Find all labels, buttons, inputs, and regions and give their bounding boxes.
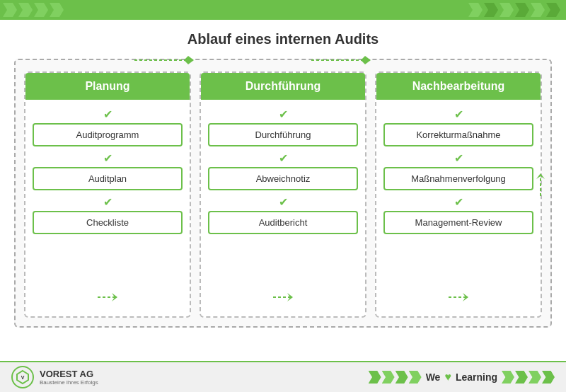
logo-text-area: VOREST AG Bausteine Ihres Erfolgs (40, 369, 98, 386)
main-content: Ablauf eines internen Audits Planung ✔ A… (0, 20, 566, 361)
top-banner-right-chevrons (468, 3, 560, 17)
check-icon: ✔ (279, 151, 288, 165)
svg-marker-3 (361, 56, 371, 64)
svg-text:V: V (21, 375, 25, 380)
list-item: Checkliste (33, 211, 183, 234)
column-nachbearbeitung: Nachbearbeitung ✔ Korrekturmaßnahme ✔ Ma… (375, 71, 542, 318)
check-icon: ✔ (103, 108, 112, 121)
top-banner (0, 0, 566, 20)
top-banner-left-chevrons (0, 3, 468, 17)
chevron-icon (531, 3, 545, 17)
footer-learning-text: Learning (456, 371, 497, 383)
check-icon: ✔ (279, 108, 288, 121)
check-icon: ✔ (454, 108, 463, 121)
list-item: Auditplan (33, 167, 183, 190)
logo-main-text: VOREST AG (40, 369, 98, 379)
svg-marker-1 (184, 56, 194, 64)
footer-chevron-icon (369, 371, 381, 384)
footer-chevrons (369, 371, 422, 384)
list-item: Auditbericht (208, 211, 358, 234)
bottom-arrow-icon (96, 284, 119, 308)
check-icon: ✔ (454, 195, 463, 209)
chevron-icon (34, 3, 48, 17)
chevron-icon (18, 3, 33, 17)
column-durchfuehrung-header: Durchführung (201, 73, 365, 100)
top-connectors (106, 50, 460, 70)
logo-sub-text: Bausteine Ihres Erfolgs (40, 379, 98, 386)
footer-chevron-icon (515, 371, 528, 384)
list-item: Auditprogramm (33, 123, 183, 146)
footer-chevron-icon (529, 371, 541, 384)
columns-container: Planung ✔ Auditprogramm ✔ Auditplan ✔ Ch… (24, 71, 542, 318)
column-nachbearbeitung-header: Nachbearbeitung (376, 73, 541, 100)
footer-right: We ♥ Learning (369, 371, 555, 384)
footer-chevron-icon (409, 371, 422, 384)
check-icon: ✔ (454, 151, 463, 165)
footer-we-text: We (426, 371, 441, 383)
list-item: Management-Review (383, 211, 533, 234)
column-planung: Planung ✔ Auditprogramm ✔ Auditplan ✔ Ch… (24, 71, 191, 318)
diagram-container: Planung ✔ Auditprogramm ✔ Auditplan ✔ Ch… (14, 59, 552, 328)
column-planung-header: Planung (25, 73, 190, 100)
footer-chevron-icon (542, 371, 555, 384)
chevron-icon (546, 3, 560, 17)
chevron-icon (50, 3, 64, 17)
chevron-icon (515, 3, 529, 17)
footer-chevrons-right (502, 371, 555, 384)
check-icon: ✔ (279, 195, 288, 209)
bottom-arrow-icon (272, 284, 294, 308)
footer-chevron-icon (382, 371, 395, 384)
chevron-icon (484, 3, 498, 17)
column-durchfuehrung: Durchführung ✔ Durchführung ✔ Abweichnot… (200, 71, 366, 318)
side-arrow-icon (531, 171, 550, 199)
chevron-icon (499, 3, 514, 17)
footer-chevron-icon (395, 371, 408, 384)
bottom-arrow-icon (447, 284, 470, 308)
list-item: Durchführung (208, 123, 358, 146)
footer: V VOREST AG Bausteine Ihres Erfolgs We ♥… (0, 361, 566, 392)
chevron-icon (468, 3, 483, 17)
chevron-icon (3, 3, 17, 17)
page-title: Ablauf eines internen Audits (14, 31, 552, 47)
heart-icon: ♥ (444, 371, 451, 384)
list-item: Korrekturmaßnahme (383, 123, 533, 146)
check-icon: ✔ (103, 195, 112, 209)
footer-chevron-icon (502, 371, 514, 384)
list-item: Maßnahmenverfolgung (383, 167, 533, 190)
logo-area: V VOREST AG Bausteine Ihres Erfolgs (11, 366, 98, 388)
svg-marker-11 (536, 173, 545, 179)
logo-circle: V (11, 366, 34, 388)
check-icon: ✔ (103, 151, 112, 165)
list-item: Abweichnotiz (208, 167, 358, 190)
vorest-logo-icon: V (14, 369, 31, 386)
